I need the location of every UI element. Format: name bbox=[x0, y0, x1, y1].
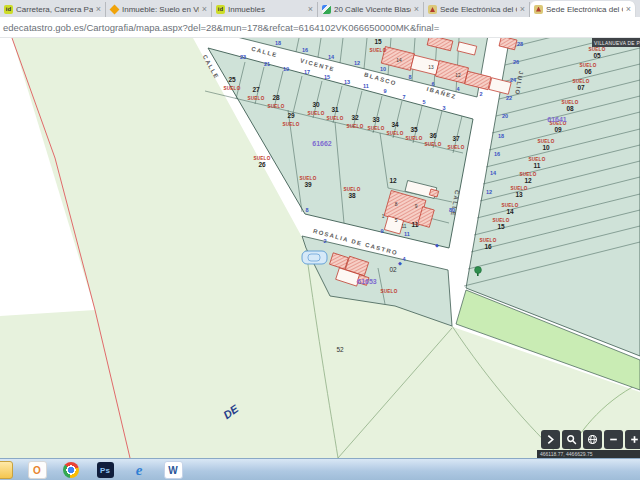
building-number: 12 bbox=[455, 73, 461, 78]
taskbar-word-icon[interactable]: W bbox=[162, 460, 184, 480]
coordinates-bar: 466118.77, 4466629.75 bbox=[537, 450, 640, 458]
suelo-label: SUELO bbox=[368, 126, 385, 131]
parcel-number: 26 bbox=[258, 161, 266, 168]
street-number: 23 bbox=[240, 54, 246, 60]
suelo-label: SUELO bbox=[224, 86, 241, 91]
suelo-label: SUELO bbox=[254, 156, 271, 161]
suelo-label: SUELO bbox=[580, 63, 597, 68]
taskbar-outlook-icon[interactable]: O bbox=[26, 460, 48, 480]
search-icon bbox=[566, 434, 577, 445]
street-number: 11 bbox=[363, 83, 369, 89]
expand-button[interactable] bbox=[541, 430, 560, 449]
tab-close-icon[interactable]: × bbox=[626, 5, 631, 14]
tab-close-icon[interactable]: × bbox=[520, 5, 525, 14]
suelo-label: SUELO bbox=[425, 142, 442, 147]
street-number: 17 bbox=[304, 69, 310, 75]
building-number: 1 bbox=[382, 214, 385, 219]
tab-close-icon[interactable]: × bbox=[308, 5, 313, 14]
taskbar-folder-icon[interactable] bbox=[0, 460, 14, 480]
parcel-number: 30 bbox=[312, 101, 320, 108]
parcel-number: 12 bbox=[524, 177, 532, 184]
parcel-number: 14 bbox=[506, 208, 514, 215]
diamond-favicon-icon bbox=[110, 5, 119, 14]
tab-title: Inmueble: Suelo en Vill bbox=[122, 5, 199, 14]
street-number: 3 bbox=[442, 105, 445, 111]
catastro-favicon-icon bbox=[428, 5, 437, 14]
suelo-label: SUELO bbox=[406, 136, 423, 141]
tab-close-icon[interactable]: × bbox=[202, 5, 207, 14]
street-number: 13 bbox=[344, 79, 350, 85]
street-number: 20 bbox=[502, 113, 508, 119]
layers-globe-button[interactable] bbox=[583, 430, 602, 449]
street-number: 2 bbox=[479, 91, 482, 97]
browser-tab[interactable]: idInmuebles× bbox=[212, 2, 318, 17]
suelo-label: SUELO bbox=[268, 104, 285, 109]
folder-icon bbox=[0, 461, 13, 479]
parcel-number: 02 bbox=[389, 266, 397, 273]
zoom-out-button[interactable] bbox=[604, 430, 623, 449]
suelo-label: SUELO bbox=[347, 124, 364, 129]
browser-tab[interactable]: Sede Electrónica del Ca× bbox=[424, 2, 530, 17]
tab-close-icon[interactable]: × bbox=[96, 5, 101, 14]
suelo-label: SUELO bbox=[344, 187, 361, 192]
taskbar-ie-icon[interactable]: e bbox=[128, 460, 150, 480]
pond bbox=[302, 251, 327, 264]
building-number: 13 bbox=[428, 65, 434, 70]
suelo-label: SUELO bbox=[562, 100, 579, 105]
suelo-label: SUELO bbox=[480, 238, 497, 243]
coordinates-text: 466118.77, 4466629.75 bbox=[540, 451, 592, 457]
map-toolbar bbox=[541, 430, 640, 449]
street-number: 26 bbox=[513, 59, 519, 65]
url-text: edecatastro.gob.es/Cartografia/mapa.aspx… bbox=[3, 22, 439, 33]
suelo-label: SUELO bbox=[502, 203, 519, 208]
marker-diamond-icon: ◆ bbox=[398, 260, 402, 266]
street-number: 10 bbox=[380, 66, 386, 72]
suelo-label: SUELO bbox=[538, 139, 555, 144]
parcel-number: 29 bbox=[287, 112, 295, 119]
parcel-number: 15 bbox=[497, 223, 505, 230]
catastro-favicon-icon bbox=[534, 5, 543, 14]
street-number: 21 bbox=[264, 61, 270, 67]
taskbar-photoshop-icon[interactable]: Ps bbox=[94, 460, 116, 480]
word-icon: W bbox=[164, 461, 183, 479]
building-number: 11 bbox=[402, 224, 407, 229]
building-number: 9 bbox=[415, 204, 418, 209]
parcel-number: 34 bbox=[391, 121, 399, 128]
street-number: 18 bbox=[275, 40, 281, 46]
parcel-number: 15 bbox=[374, 38, 382, 45]
parcel-number: 10 bbox=[542, 144, 550, 151]
photoshop-icon: Ps bbox=[97, 462, 114, 478]
browser-tab[interactable]: 20 Calle Vicente Blasco× bbox=[318, 2, 424, 17]
browser-tab[interactable]: Inmueble: Suelo en Vill× bbox=[106, 2, 212, 17]
street-number: 80 bbox=[449, 207, 455, 213]
cadastral-map[interactable]: VILLANUEVA DE PER CALLECALLEVICENTEBLASC… bbox=[0, 38, 640, 458]
browser-tab[interactable]: Sede Electrónica del Ca× bbox=[530, 1, 636, 17]
suelo-label: SUELO bbox=[300, 176, 317, 181]
building-number: 14 bbox=[396, 58, 402, 63]
expand-icon bbox=[545, 434, 556, 445]
block-number: 61641 bbox=[547, 116, 567, 123]
street-number: 19 bbox=[283, 66, 289, 72]
search-button[interactable] bbox=[562, 430, 581, 449]
parcel-number: 16 bbox=[484, 243, 492, 250]
adjacent-municipality-badge: VILLANUEVA DE PER bbox=[592, 38, 640, 47]
street-number: 15 bbox=[324, 74, 330, 80]
tab-close-icon[interactable]: × bbox=[414, 5, 419, 14]
parcel-number: 52 bbox=[336, 346, 344, 353]
marker-diamond-icon: ◆ bbox=[435, 242, 439, 248]
map-canvas[interactable]: VILLANUEVA DE PER CALLECALLEVICENTEBLASC… bbox=[0, 38, 640, 458]
suelo-label: SUELO bbox=[248, 96, 265, 101]
street-number: 16 bbox=[302, 47, 308, 53]
street-number: 18 bbox=[498, 133, 504, 139]
browser-tab[interactable]: idCarretera, Carrera Parti× bbox=[0, 2, 106, 17]
layers-globe-icon bbox=[587, 434, 598, 445]
suelo-label: SUELO bbox=[529, 157, 546, 162]
address-bar[interactable]: edecatastro.gob.es/Cartografia/mapa.aspx… bbox=[0, 17, 640, 38]
taskbar-chrome-icon[interactable] bbox=[60, 460, 82, 480]
parcel-number: 28 bbox=[272, 94, 280, 101]
street-number: 28 bbox=[517, 41, 523, 47]
street-number: 24 bbox=[510, 77, 517, 83]
zoom-in-button[interactable] bbox=[625, 430, 640, 449]
parcel-number: 27 bbox=[252, 86, 260, 93]
parcel-number: 05 bbox=[593, 52, 601, 59]
